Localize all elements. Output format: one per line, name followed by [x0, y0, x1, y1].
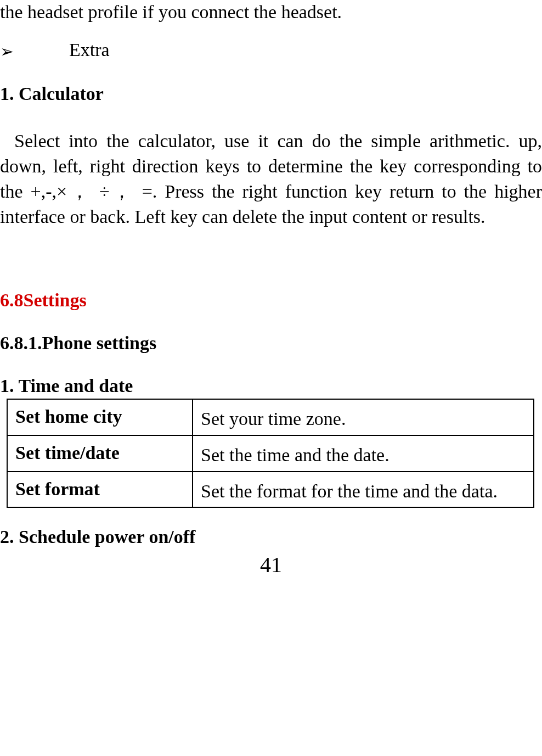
- paragraph-calculator-text: Select into the calculator, use it can d…: [0, 131, 542, 227]
- partial-top-line: the headset profile if you connect the h…: [0, 0, 542, 24]
- paragraph-calculator: Select into the calculator, use it can d…: [0, 128, 542, 229]
- cell-description: Set the format for the time and the data…: [193, 472, 534, 508]
- bullet-extra: ➢ Extra: [0, 40, 542, 60]
- cell-label: Set time/date: [7, 435, 193, 472]
- heading-phone-settings: 6.8.1.Phone settings: [0, 333, 542, 354]
- heading-time-and-date: 1. Time and date: [0, 376, 542, 396]
- cell-label: Set format: [7, 472, 193, 508]
- heading-schedule-power: 2. Schedule power on/off: [0, 527, 542, 547]
- page-number: 41: [0, 552, 542, 578]
- heading-calculator: 1. Calculator: [0, 83, 542, 104]
- table-row: Set format Set the format for the time a…: [7, 472, 534, 508]
- cell-description: Set your time zone.: [193, 399, 534, 435]
- table-row: Set time/date Set the time and the date.: [7, 435, 534, 472]
- table-row: Set home city Set your time zone.: [7, 399, 534, 435]
- bullet-label: Extra: [69, 40, 110, 60]
- cell-description: Set the time and the date.: [193, 435, 534, 472]
- arrow-right-icon: ➢: [0, 43, 20, 60]
- table-time-and-date: Set home city Set your time zone. Set ti…: [7, 399, 534, 508]
- cell-label: Set home city: [7, 399, 193, 435]
- heading-settings: 6.8Settings: [0, 290, 542, 311]
